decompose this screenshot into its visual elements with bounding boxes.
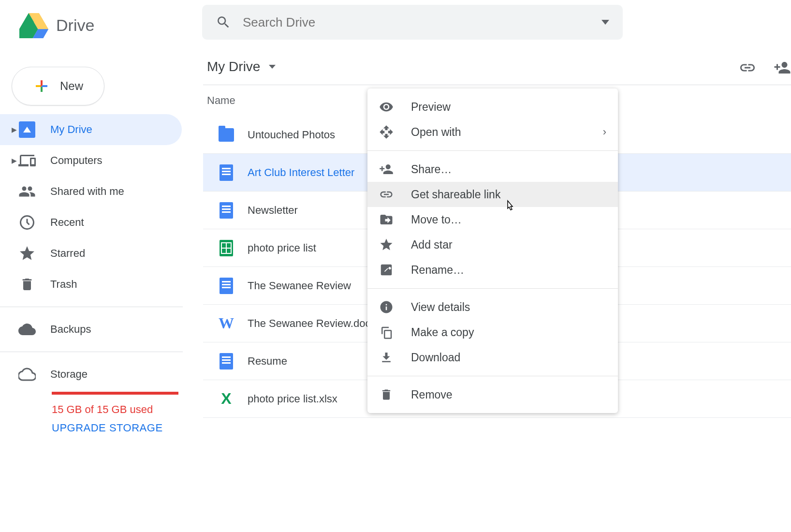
trash-icon [19,277,35,292]
menu-item-make-copy[interactable]: Make a copy [367,320,618,345]
sidebar-item-label: Shared with me [50,185,124,198]
file-name: photo price list [248,242,316,254]
menu-label: Add star [411,238,606,251]
sheet-icon [220,240,233,256]
sidebar-item-starred[interactable]: Starred [0,238,182,269]
menu-label: Share… [411,163,606,176]
upgrade-storage-link[interactable]: UPGRADE STORAGE [52,422,183,434]
menu-label: Open with [411,126,603,139]
sidebar-item-recent[interactable]: Recent [0,207,182,238]
link-icon[interactable] [739,59,756,76]
menu-item-view-details[interactable]: View details [367,295,618,320]
star-icon [379,237,394,252]
expand-arrow-icon[interactable]: ▶ [10,157,18,164]
dropdown-arrow-icon [269,65,276,69]
chevron-right-icon: › [603,126,606,138]
menu-label: Download [411,351,606,364]
svg-rect-6 [384,330,391,338]
sidebar-item-label: My Drive [50,123,92,136]
file-name: Resume [248,355,287,368]
divider [367,150,618,151]
doc-icon [220,202,233,219]
breadcrumb-text: My Drive [207,59,260,74]
link-icon [379,187,394,202]
doc-icon [220,278,233,294]
sidebar-item-computers[interactable]: ▶ Computers [0,145,182,176]
menu-item-get-link[interactable]: Get shareable link [367,182,618,207]
person-add-icon[interactable] [774,59,791,76]
context-menu: Preview Open with › Share… Get shareable… [367,89,618,413]
file-name: Art Club Interest Letter [248,166,354,179]
sidebar-item-label: Starred [50,247,85,260]
logo-area: Drive [19,12,94,39]
sidebar-item-trash[interactable]: Trash [0,269,182,300]
file-name: The Sewanee Review [248,280,351,292]
file-name: Newsletter [248,204,298,217]
storage-section: Storage 15 GB of 15 GB used UPGRADE STOR… [0,366,183,434]
menu-item-add-star[interactable]: Add star [367,232,618,257]
storage-used-text: 15 GB of 15 GB used [52,403,183,416]
trash-icon [380,388,393,401]
sidebar-item-label: Computers [50,154,103,167]
eye-icon [379,100,394,114]
open-with-icon [379,125,394,139]
file-name: The Sewanee Review.docx [248,317,376,330]
cloud-icon [18,321,36,338]
toolbar [739,59,791,76]
drive-logo-icon [19,12,48,39]
sidebar-item-label: Recent [50,216,84,229]
search-bar[interactable] [202,5,623,40]
column-header-name[interactable]: Name [207,94,235,107]
divider [0,352,183,352]
download-icon [379,350,394,365]
menu-item-open-with[interactable]: Open with › [367,119,618,145]
excel-icon: X [221,390,231,408]
sidebar-item-my-drive[interactable]: ▶ My Drive [0,114,182,145]
star-icon [18,245,36,262]
sidebar: ▶ My Drive ▶ Computers Shared with me Re… [0,114,183,434]
divider [367,288,618,289]
menu-item-download[interactable]: Download [367,345,618,370]
folder-move-icon [379,212,394,227]
new-button-label: New [60,79,83,93]
divider [367,376,618,376]
search-input[interactable] [243,15,601,30]
folder-icon [219,128,234,142]
my-drive-icon [19,121,35,138]
menu-item-move-to[interactable]: Move to… [367,207,618,232]
cloud-outline-icon [18,366,36,383]
sidebar-item-shared[interactable]: Shared with me [0,176,182,207]
word-icon: W [219,314,234,332]
app-name: Drive [56,16,94,35]
sidebar-item-label: Backups [50,323,91,336]
divider [0,307,183,307]
menu-item-preview[interactable]: Preview [367,94,618,119]
file-name: photo price list.xlsx [248,393,337,405]
file-name: Untouched Photos [248,129,335,141]
copy-icon [379,325,394,340]
doc-icon [220,164,233,181]
rename-icon [379,263,394,277]
menu-label: View details [411,301,606,314]
breadcrumb[interactable]: My Drive [207,59,276,74]
storage-bar [52,392,178,395]
search-options-dropdown-icon[interactable] [601,20,609,25]
menu-item-rename[interactable]: Rename… [367,257,618,282]
new-button[interactable]: New [12,67,104,105]
divider [203,85,791,85]
sidebar-item-label: Trash [50,278,77,291]
info-icon [379,300,394,314]
sidebar-item-backups[interactable]: Backups [0,314,182,345]
doc-icon [220,353,233,369]
storage-title: Storage [50,368,88,381]
menu-label: Rename… [411,264,606,277]
search-icon [216,15,231,30]
menu-label: Move to… [411,213,606,226]
menu-label: Get shareable link [411,188,606,201]
person-add-icon [379,162,394,177]
menu-label: Remove [411,388,606,401]
menu-item-share[interactable]: Share… [367,157,618,182]
shared-icon [18,183,36,200]
menu-item-remove[interactable]: Remove [367,382,618,407]
expand-arrow-icon[interactable]: ▶ [10,126,18,133]
